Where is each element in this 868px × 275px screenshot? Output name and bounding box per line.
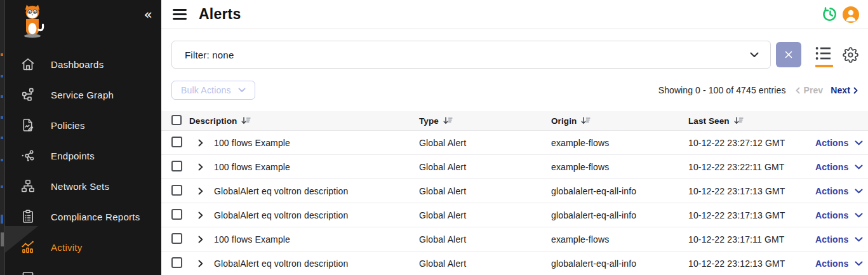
sidebar-item-label: Service Graph — [51, 90, 114, 100]
row-checkbox[interactable] — [171, 233, 182, 244]
alert-description: GlobalAlert eq voltron description — [214, 186, 348, 196]
select-all-checkbox[interactable] — [171, 115, 182, 125]
row-checkbox[interactable] — [171, 257, 182, 268]
calico-cat-logo — [18, 4, 47, 41]
column-header-description[interactable]: Description — [189, 116, 419, 126]
window-edge-strip — [0, 0, 5, 275]
endpoints-icon — [20, 148, 36, 163]
alert-type: Global Alert — [419, 258, 551, 269]
chevron-down-icon — [855, 261, 863, 266]
sort-icon — [443, 117, 453, 124]
policies-icon — [20, 117, 36, 133]
chevron-down-icon — [855, 213, 863, 218]
actions-label: Actions — [815, 138, 848, 148]
chevron-down-icon — [238, 88, 246, 93]
sidebar-item-network-sets[interactable]: Network Sets — [5, 171, 161, 201]
active-view-indicator — [815, 65, 833, 67]
settings-gear-icon[interactable] — [843, 47, 858, 63]
expand-row-icon[interactable] — [197, 258, 204, 269]
chevron-down-icon — [855, 164, 863, 170]
bulk-actions-button[interactable]: Bulk Actions — [171, 81, 255, 100]
column-header-last-seen[interactable]: Last Seen — [688, 116, 815, 126]
chevron-down-icon — [855, 140, 863, 145]
row-actions-menu[interactable]: Actions — [815, 258, 863, 269]
alert-origin: globalalert-eq-all-info — [551, 210, 688, 220]
table-row: 100 flows Example Global Alert example-f… — [161, 227, 868, 252]
row-actions-menu[interactable]: Actions — [815, 234, 863, 245]
row-checkbox[interactable] — [171, 185, 182, 196]
expand-row-icon[interactable] — [197, 162, 204, 172]
showing-entries-text: Showing 0 - 100 of 4745 entries — [658, 85, 786, 95]
actions-label: Actions — [815, 210, 848, 220]
expand-row-icon[interactable] — [197, 186, 204, 196]
chevron-down-icon — [750, 52, 759, 58]
sort-icon — [734, 117, 744, 124]
actions-label: Actions — [815, 186, 848, 196]
expand-row-icon[interactable] — [197, 234, 204, 245]
alert-last-seen: 10-12-22 23:17:11 GMT — [688, 234, 815, 245]
alert-last-seen: 10-12-22 23:22:11 GMT — [688, 162, 815, 172]
column-header-type[interactable]: Type — [419, 116, 551, 126]
sort-icon — [241, 117, 251, 124]
list-view-icon — [815, 46, 831, 60]
prev-page-button[interactable]: Prev — [796, 85, 823, 95]
sidebar-collapse-button[interactable]: « — [144, 6, 152, 22]
row-checkbox[interactable] — [171, 161, 182, 171]
alert-last-seen: 10-12-22 23:17:13 GMT — [688, 186, 815, 196]
list-view-toggle[interactable] — [815, 46, 833, 67]
alert-type: Global Alert — [419, 162, 551, 172]
sidebar-item-partial[interactable] — [5, 262, 161, 275]
sidebar-item-service-graph[interactable]: Service Graph — [5, 79, 161, 110]
table-row: GlobalAlert eq voltron description Globa… — [161, 252, 868, 275]
hamburger-menu-icon[interactable] — [171, 6, 188, 22]
filter-dropdown[interactable]: Filter: none — [171, 41, 771, 69]
x-icon — [785, 51, 792, 58]
home-icon — [20, 57, 36, 72]
filter-bar: Filter: none — [171, 41, 858, 69]
alert-description: 100 flows Example — [214, 162, 290, 172]
row-checkbox[interactable] — [171, 209, 182, 220]
sidebar-item-label: Dashboards — [51, 59, 103, 70]
sidebar-item-label: Endpoints — [51, 151, 95, 161]
bulk-actions-label: Bulk Actions — [181, 85, 231, 95]
row-checkbox[interactable] — [171, 137, 182, 147]
history-icon[interactable] — [822, 6, 838, 22]
sidebar-item-label: Activity — [51, 242, 83, 253]
row-actions-menu[interactable]: Actions — [815, 162, 863, 172]
actions-label: Actions — [815, 258, 848, 269]
row-actions-menu[interactable]: Actions — [815, 186, 863, 196]
user-avatar[interactable] — [843, 6, 859, 23]
sidebar-item-compliance-reports[interactable]: Compliance Reports — [5, 201, 161, 232]
network-sets-icon — [20, 178, 36, 194]
chevron-right-icon — [853, 87, 858, 94]
alert-type: Global Alert — [419, 186, 551, 196]
next-page-button[interactable]: Next — [831, 85, 858, 95]
sidebar-item-dashboards[interactable]: Dashboards — [5, 49, 161, 79]
table-row: 100 flows Example Global Alert example-f… — [161, 131, 868, 155]
sidebar-item-policies[interactable]: Policies — [5, 110, 161, 140]
alert-origin: example-flows — [551, 234, 688, 245]
sort-icon — [581, 117, 591, 124]
column-header-origin[interactable]: Origin — [551, 116, 688, 126]
table-row: GlobalAlert eq voltron description Globa… — [161, 179, 868, 203]
alert-last-seen: 10-12-22 23:17:13 GMT — [688, 210, 815, 220]
alert-last-seen: 10-12-22 23:27:12 GMT — [688, 138, 815, 148]
alert-origin: globalalert-eq-all-info — [551, 258, 688, 269]
alert-description: GlobalAlert eq voltron description — [214, 258, 348, 269]
activity-icon — [20, 239, 36, 255]
sidebar-item-activity[interactable]: Activity — [5, 232, 161, 262]
sidebar-item-endpoints[interactable]: Endpoints — [5, 140, 161, 171]
alert-description: GlobalAlert eq voltron description — [214, 210, 348, 220]
row-actions-menu[interactable]: Actions — [815, 138, 863, 148]
clear-filter-button[interactable] — [776, 42, 801, 67]
expand-row-icon[interactable] — [197, 210, 204, 220]
sidebar-item-label: Compliance Reports — [51, 211, 140, 222]
expand-row-icon[interactable] — [197, 138, 204, 148]
sidebar-nav: Dashboards Service Graph Policies Endpoi… — [5, 49, 161, 275]
row-actions-menu[interactable]: Actions — [815, 210, 863, 220]
alert-origin: example-flows — [551, 138, 688, 148]
page-title: Alerts — [199, 6, 241, 23]
chevron-left-icon — [796, 87, 800, 94]
table-row: GlobalAlert eq voltron description Globa… — [161, 203, 868, 227]
table-header-row: Description Type Origin Last Seen — [161, 111, 868, 131]
